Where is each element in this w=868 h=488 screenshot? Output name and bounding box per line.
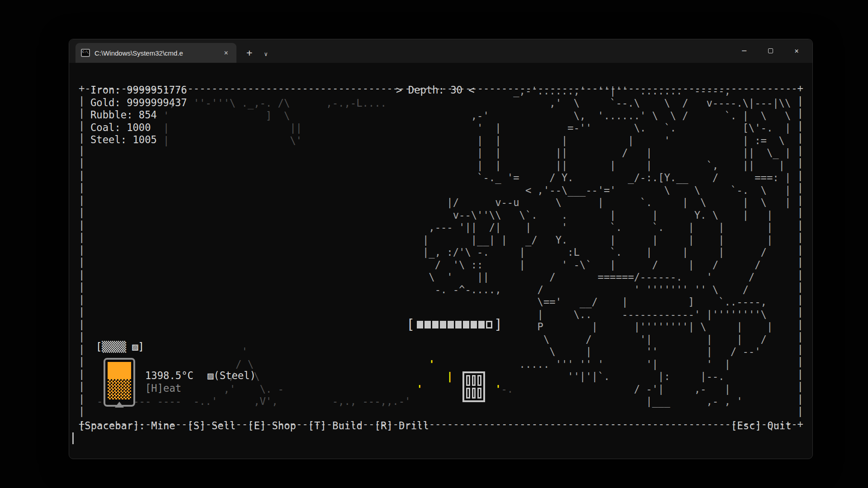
art-segment: , ' (724, 395, 742, 408)
close-button[interactable]: × (783, 39, 810, 62)
terrain-segment: -,., ---,,.-' (332, 395, 411, 408)
terrain-segment: - (278, 383, 284, 396)
art-segment: := (755, 135, 767, 147)
terrain-segment: ,-.,-L.... (326, 97, 387, 110)
art-segment: | (622, 296, 628, 309)
art-segment: |__| (471, 234, 495, 247)
art-segment: < ,'--\___--'=' (525, 184, 616, 197)
progress-block-filled (448, 321, 454, 328)
art-segment: / (682, 110, 688, 122)
art-segment: \|---| (743, 97, 779, 110)
art-segment: | (682, 246, 688, 259)
tab-bar[interactable]: C:\_ C:\Windows\System32\cmd.e × + ∨ ─ × (69, 39, 812, 63)
art-segment: ''' '' ' (556, 358, 604, 371)
art-segment: / (549, 271, 555, 284)
art-segment: |: (658, 371, 670, 383)
art-segment: . (561, 209, 567, 222)
art-segment: / (712, 259, 718, 272)
art-segment: /| (489, 221, 501, 234)
minimize-button[interactable]: ─ (731, 39, 757, 62)
terrain-segment: ] (266, 110, 272, 122)
art-segment: [\'-. (743, 122, 773, 135)
art-segment: | (724, 358, 730, 371)
door-pane (472, 375, 476, 386)
window-controls: ─ × (731, 39, 810, 62)
art-segment: \ (664, 97, 670, 110)
art-segment: v--u (495, 197, 519, 209)
new-tab-button[interactable]: + (246, 47, 252, 58)
art-segment: | (610, 209, 616, 222)
stat-gold: Gold: 9999999437 (90, 97, 187, 109)
art-segment: ..... (519, 358, 550, 371)
maximize-button[interactable] (757, 39, 783, 62)
art-segment: | (495, 135, 501, 147)
furnace-chamber (108, 362, 131, 403)
tab-title: C:\Windows\System32\cmd.e (94, 49, 216, 57)
art-segment: `-._ (477, 172, 501, 184)
art-segment: | (658, 383, 664, 396)
art-segment: :L (567, 246, 580, 259)
tab-close-icon[interactable]: × (220, 47, 232, 59)
art-segment: ' (561, 259, 567, 272)
art-segment: | (785, 197, 791, 209)
art-segment: | (652, 209, 658, 222)
art-segment: \ (700, 321, 706, 333)
art-segment: ''|'' (598, 85, 628, 98)
art-segment: =-'' (567, 122, 591, 135)
art-segment: -----, (694, 85, 731, 98)
art-segment: | (706, 333, 712, 346)
terrain-segment: ,V', (254, 395, 278, 408)
art-segment: | (688, 221, 694, 234)
art-segment: || (743, 147, 755, 160)
art-segment: | (610, 234, 616, 247)
tab-dropdown-icon[interactable]: ∨ (264, 51, 268, 57)
art-segment: | (525, 221, 531, 234)
art-segment: `. (652, 221, 664, 234)
art-segment: | (495, 122, 501, 135)
depth-indicator: > Depth: 30 < (396, 84, 475, 97)
terrain-segment: / \ (236, 358, 254, 371)
art-segment: | (767, 321, 773, 333)
progress-block-filled (440, 321, 446, 328)
art-segment: \ (694, 184, 700, 197)
art-segment: | (736, 333, 742, 346)
progress-bracket: ] (494, 317, 502, 332)
art-segment: -\` (574, 259, 592, 272)
art-segment: |___ (646, 395, 670, 408)
progress-block-filled (463, 321, 469, 328)
art-segment: | (785, 184, 791, 197)
terrain-segment: ._,-. (241, 97, 272, 110)
art-segment: '......' (598, 110, 646, 122)
spark: ' (495, 383, 501, 396)
art-segment: -. (477, 246, 489, 259)
art-segment: | (646, 160, 652, 172)
art-segment: \ (779, 135, 785, 147)
progress-block-filled (455, 321, 462, 328)
art-segment: v--\''\\ (453, 209, 501, 222)
terrain-segment: ' (241, 346, 247, 358)
art-segment: | (561, 135, 567, 147)
quit-hint: [Esc] Quit (731, 420, 792, 432)
furnace-graphic (104, 358, 135, 407)
art-segment: '| (646, 358, 658, 371)
art-segment: `. (610, 221, 622, 234)
door-graphic (462, 371, 485, 402)
art-segment: | (477, 147, 483, 160)
art-segment: `, (706, 160, 718, 172)
furnace-fuel-solid (108, 362, 131, 379)
art-segment: \\ (779, 97, 791, 110)
art-segment: / (712, 172, 718, 184)
art-segment: Y. (556, 234, 568, 247)
tab-cmd[interactable]: C:\_ C:\Windows\System32\cmd.e × (75, 43, 236, 63)
art-segment: | (785, 147, 791, 160)
art-segment: \. (634, 122, 646, 135)
art-segment: --' (743, 346, 761, 358)
art-segment: | (724, 383, 730, 396)
art-segment: | (682, 197, 688, 209)
art-segment: ....... (640, 85, 683, 98)
art-segment: -' (646, 383, 658, 396)
art-segment: | (519, 259, 525, 272)
art-segment: `. (724, 110, 736, 122)
art-segment: \ (761, 197, 767, 209)
art-segment: ,- (694, 383, 707, 396)
